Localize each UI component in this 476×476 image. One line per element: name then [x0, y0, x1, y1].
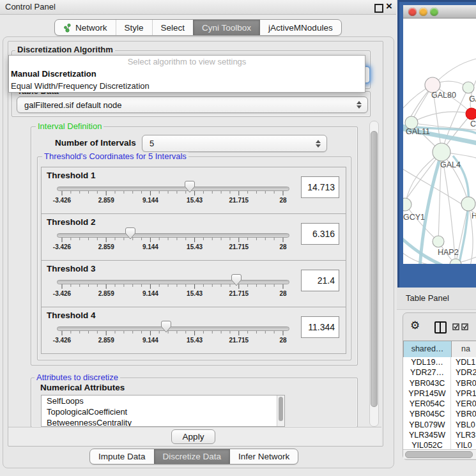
tab-label: jActiveMNodules [268, 23, 333, 33]
table-panel-title: Table Panel [406, 293, 449, 303]
list-scrollbar[interactable] [277, 395, 284, 426]
slider-ticks [57, 238, 288, 243]
gear-icon[interactable]: ⚙ [410, 320, 420, 331]
tab-label: Impute Data [98, 452, 146, 461]
tab-impute-data[interactable]: Impute Data [90, 449, 154, 464]
num-intervals-combobox[interactable]: 5 [142, 135, 327, 152]
slider-thumb[interactable] [160, 320, 172, 334]
threshold-rows: Threshold 1-3.4262.8599.14415.4321.71528… [41, 167, 346, 354]
numerical-attributes-label: Numerical Attributes [38, 383, 127, 392]
minimize-traffic-light-icon[interactable] [419, 8, 427, 16]
network-window[interactable]: GAL80GACGAL11GAL4GCY1HHAP2 [403, 5, 476, 264]
tick-label: 21.715 [229, 197, 249, 204]
algorithm-group-title: Discretization Algorithm [15, 45, 115, 54]
threshold-label: Threshold 3 [47, 264, 96, 273]
slider-thumb[interactable] [125, 227, 136, 240]
algorithm-dropdown-popup: Select algorithm to view settingsManual … [8, 55, 365, 93]
tab-network[interactable]: Network [55, 20, 116, 35]
tab-label: Discretize Data [163, 452, 222, 461]
tick-label: 9.144 [142, 243, 158, 250]
slider-ticks [57, 191, 288, 197]
threshold-value-field[interactable]: 11.344 [301, 316, 339, 338]
algorithm-option-equal-width-frequency-discretization[interactable]: Equal Width/Frequency Discretization [9, 80, 365, 92]
checkbox-checked-icon[interactable] [461, 323, 468, 330]
float-window-icon[interactable] [374, 4, 383, 13]
table-row[interactable]: YDL19…YDL1 [403, 357, 476, 367]
top-tab-strip: NetworkStyleSelectCyni ToolboxjActiveMNo… [54, 19, 342, 36]
attribute-list-item[interactable]: TopologicalCoefficient [42, 406, 284, 417]
slider-track[interactable] [57, 233, 289, 238]
table-header-shared-name[interactable]: shared… [403, 341, 452, 358]
threshold-value-field[interactable]: 21.4 [301, 270, 339, 291]
tick-label: 9.144 [142, 197, 158, 204]
cell-name: YDL1 [456, 357, 475, 367]
threshold-value-field[interactable]: 6.316 [301, 223, 339, 245]
bottom-tab-strip: Impute DataDiscretize DataInfer Network [89, 449, 298, 464]
node-label: GAL11 [406, 127, 430, 136]
combo-arrows-icon [312, 140, 326, 148]
table-header-name[interactable]: na [451, 341, 476, 358]
tab-jactivemnodules[interactable]: jActiveMNodules [259, 20, 341, 35]
threshold-row: Threshold 2-3.4262.8599.14415.4321.71528… [41, 213, 346, 261]
cell-name: YBR0 [456, 409, 476, 419]
slider-track[interactable] [57, 326, 289, 331]
network-node[interactable] [466, 108, 476, 119]
threshold-row: Threshold 4-3.4262.8599.14415.4321.71528… [41, 307, 346, 354]
cell-shared-name: YBR045C [404, 409, 450, 419]
attribute-list-item[interactable]: BetweennessCentrality [42, 417, 284, 427]
slider-track[interactable] [57, 280, 289, 284]
network-node[interactable] [433, 143, 450, 161]
apply-button[interactable]: Apply [171, 429, 215, 444]
tab-select[interactable]: Select [152, 20, 194, 35]
network-node[interactable] [463, 82, 474, 93]
tab-discretize-data[interactable]: Discretize Data [154, 449, 230, 464]
cell-name: YPR1 [456, 388, 476, 399]
tab-label: Cyni Toolbox [202, 23, 251, 33]
close-icon[interactable]: × [386, 0, 392, 13]
table-row[interactable]: YBR045CYBR0 [403, 409, 476, 419]
tab-infer-network[interactable]: Infer Network [229, 449, 298, 464]
node-label: GCY1 [403, 213, 425, 222]
column-layout-icon[interactable] [434, 321, 447, 334]
table-data-combobox[interactable]: galFiltered.sif default node [17, 96, 368, 113]
table-row[interactable]: YDR27…YDR2 [403, 367, 476, 378]
cell-name: YER0 [456, 399, 476, 409]
tick-label: 2.859 [98, 337, 114, 344]
cell-name: YLR3 [456, 430, 475, 440]
attribute-list-item[interactable]: SelfLoops [42, 395, 284, 406]
table-row[interactable]: YER054CYER0 [403, 399, 476, 409]
checkbox-checked-icon[interactable] [452, 323, 459, 330]
node-table[interactable]: YDL19…YDL1YDR27…YDR2YBR043CYBR0YPR145WYP… [403, 357, 476, 449]
table-row[interactable]: YBR043CYBR0 [403, 378, 476, 388]
tick-label: -3.426 [53, 243, 71, 250]
table-row[interactable]: YLR345WYLR3 [403, 430, 476, 440]
tab-cyni-toolbox[interactable]: Cyni Toolbox [193, 20, 259, 35]
algorithm-option-manual-discretization[interactable]: Manual Discretization [9, 68, 365, 80]
tick-label: 9.144 [142, 290, 158, 297]
network-node[interactable] [403, 198, 411, 211]
slider-thumb[interactable] [231, 273, 242, 287]
zoom-traffic-light-icon[interactable] [430, 8, 438, 16]
column-divider [450, 357, 451, 449]
network-node[interactable] [433, 236, 444, 247]
close-traffic-light-icon[interactable] [408, 8, 417, 16]
table-row[interactable]: YBL079WYBL0 [403, 420, 476, 430]
table-horizontal-scrollbar[interactable] [403, 449, 476, 459]
table-row[interactable]: YPR145WYPR1 [403, 388, 476, 399]
network-window-titlebar[interactable] [403, 5, 476, 19]
table-row[interactable]: YIL052CYIL0 [403, 440, 476, 449]
numerical-attributes-list[interactable]: SelfLoopsTopologicalCoefficientBetweenne… [41, 395, 285, 427]
threshold-label: Threshold 2 [47, 217, 96, 227]
threshold-row: Threshold 3-3.4262.8599.14415.4321.71528… [41, 260, 346, 307]
tick-label: -3.426 [53, 197, 71, 204]
network-canvas[interactable]: GAL80GACGAL11GAL4GCY1HHAP2 [403, 18, 476, 264]
cell-shared-name: YBR043C [404, 378, 450, 388]
slider-track[interactable] [57, 187, 289, 191]
main-vertical-scrollbar[interactable] [369, 121, 379, 427]
slider-ticks [57, 284, 288, 290]
threshold-value-field[interactable]: 14.713 [301, 176, 339, 198]
network-node[interactable] [461, 197, 475, 211]
tab-style[interactable]: Style [116, 20, 152, 35]
slider-thumb[interactable] [184, 180, 196, 194]
cell-shared-name: YER054C [404, 399, 450, 409]
